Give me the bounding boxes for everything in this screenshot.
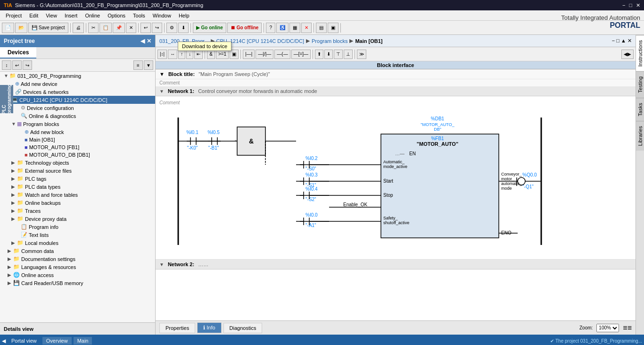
tree-plc-data[interactable]: ▶ 📁 PLC data types	[0, 183, 155, 191]
minimize-btn[interactable]: −	[622, 2, 625, 8]
block-title-expand[interactable]: ▼	[159, 71, 165, 77]
lad-editor[interactable]: ▼ Block title: "Main Program Sweep (Cycl…	[156, 69, 636, 320]
menu-window[interactable]: Window	[149, 12, 175, 19]
zoom-select[interactable]: 100% 75% 150%	[596, 324, 619, 332]
bl-contact-no[interactable]: —|/|—	[256, 50, 273, 59]
devices-tab[interactable]: Devices	[0, 47, 155, 59]
layout-btn2[interactable]: ▣	[328, 23, 339, 33]
bl-btn-1[interactable]: |↕|	[157, 50, 167, 59]
tree-header-icon2[interactable]: ✕	[147, 38, 151, 44]
tab-instructions[interactable]: Instructions	[636, 35, 644, 71]
properties-tab[interactable]: Properties	[159, 323, 195, 333]
tree-btn-5[interactable]: ▼	[144, 60, 153, 70]
tree-online-backups[interactable]: ▶ 📁 Online backups	[0, 199, 155, 207]
bc-maximize[interactable]: ▲	[621, 38, 626, 43]
bl-set[interactable]: —[=]—	[291, 50, 311, 59]
close-btn[interactable]: ✕	[636, 2, 640, 8]
print-btn[interactable]: 🖨	[73, 23, 84, 33]
overview-btn[interactable]: Overview	[42, 337, 72, 345]
bl-expand[interactable]: ◀▶	[621, 50, 634, 59]
menu-options[interactable]: Options	[104, 12, 129, 19]
bl-contact-nc[interactable]: |—|	[243, 50, 255, 59]
bl-branch-close[interactable]: ⊥	[344, 50, 353, 59]
tree-motor-fb[interactable]: ■ MOTOR_AUTO [FB1]	[0, 143, 155, 151]
portal-arrow[interactable]: ◀	[2, 338, 6, 344]
info-tab[interactable]: ℹ Info	[197, 322, 221, 333]
tree-btn-4[interactable]: ≡	[133, 60, 143, 70]
compile-btn[interactable]: ⚙	[166, 23, 177, 33]
bc-minimize[interactable]: −	[612, 38, 615, 43]
tree-card-reader[interactable]: ▶ 💾 Card Reader/USB memory	[0, 279, 155, 287]
tree-watch-force[interactable]: ▶ 📁 Watch and force tables	[0, 191, 155, 199]
tree-prog-blocks[interactable]: ▼ ▦ Program blocks	[0, 120, 155, 128]
open-btn[interactable]: 📂	[15, 23, 27, 33]
tree-motor-db[interactable]: ■ MOTOR_AUTO_DB [DB1]	[0, 151, 155, 159]
tree-traces[interactable]: ▶ 📁 Traces	[0, 207, 155, 215]
tree-header-icon1[interactable]: ◀	[140, 38, 145, 44]
bl-branch[interactable]: ⊤	[334, 50, 343, 59]
network2-header[interactable]: ▼ Network 2: ……	[156, 260, 636, 269]
bl-more[interactable]: ≫	[357, 50, 366, 59]
details-view[interactable]: Details view	[0, 322, 155, 335]
tree-add-block[interactable]: ⊕ Add new block	[0, 128, 155, 136]
tree-plc-tags[interactable]: ▶ 📁 PLC tags	[0, 175, 155, 183]
paste-btn[interactable]: 📌	[113, 23, 125, 33]
tree-online-diag[interactable]: 🔍 Online & diagnostics	[0, 112, 155, 120]
maximize-btn[interactable]: □	[629, 2, 632, 8]
tab-testing[interactable]: Testing	[636, 71, 644, 98]
tree-dev-config[interactable]: ⚙ Device configuration	[0, 104, 155, 112]
accessible-btn[interactable]: ♿	[276, 23, 289, 33]
tab-libraries[interactable]: Libraries	[636, 121, 644, 151]
save-btn[interactable]: 💾 Save project	[28, 23, 68, 33]
cut-btn[interactable]: ✂	[88, 23, 99, 33]
tree-cpu[interactable]: ▼ 💻 CPU_1214C [CPU 1214C DC/DC/DC]	[0, 96, 155, 104]
portal-view-btn[interactable]: Portal view	[8, 337, 41, 345]
tree-root[interactable]: ▼ 📁 031_200_FB_Programming	[0, 72, 155, 80]
bl-coil[interactable]: —(—	[274, 50, 290, 59]
tree-text-lists[interactable]: 📝 Text lists	[0, 231, 155, 239]
network1-header[interactable]: ▼ Network 1: Control conveyor motor forw…	[156, 86, 636, 96]
undo-btn[interactable]: ↩	[140, 23, 151, 33]
tree-local-mod[interactable]: ▶ 📁 Local modules	[0, 239, 155, 247]
bl-network-above[interactable]: ⬆	[315, 50, 323, 59]
tree-tech-obj[interactable]: ▶ 📁 Technology objects	[0, 159, 155, 167]
tree-btn-1[interactable]: ↕	[2, 60, 11, 70]
go-online-btn[interactable]: ▶ Go online	[193, 23, 226, 33]
tree-lang-res[interactable]: ▶ 📁 Languages & resources	[0, 263, 155, 271]
menu-tools[interactable]: Tools	[129, 12, 149, 19]
new-btn[interactable]: 📄	[2, 23, 14, 33]
tree-add-device[interactable]: ⊕ Add new device	[0, 80, 155, 88]
main-btn[interactable]: Main	[74, 337, 92, 345]
download-btn[interactable]: ⬇	[178, 23, 189, 33]
go-offline-btn[interactable]: ⏹ Go offline	[227, 23, 262, 33]
menu-edit[interactable]: Edit	[25, 12, 42, 19]
menu-online[interactable]: Online	[81, 12, 104, 19]
redo-btn[interactable]: ↪	[152, 23, 162, 33]
tab-tasks[interactable]: Tasks	[636, 98, 644, 121]
bc-close[interactable]: ✕	[627, 38, 632, 44]
diagnostics-tab[interactable]: Diagnostics	[223, 323, 263, 333]
menu-insert[interactable]: Insert	[61, 12, 82, 19]
bc-item-3[interactable]: Program blocks	[312, 38, 347, 44]
bl-btn-2[interactable]: ↔	[168, 50, 177, 59]
tree-doc-settings[interactable]: ▶ 📁 Documentation settings	[0, 255, 155, 263]
layout-btn1[interactable]: ▤	[316, 23, 327, 33]
tree-btn-2[interactable]: ↩	[12, 60, 22, 70]
menu-project[interactable]: Project	[2, 12, 25, 19]
zoom-slider[interactable]: ≡≡	[623, 324, 632, 332]
bl-network-below[interactable]: ⬇	[324, 50, 333, 59]
stop-btn[interactable]: ✕	[301, 23, 312, 33]
delete-btn[interactable]: ✕	[126, 23, 136, 33]
tree-online-access[interactable]: ▶ 🌐 Online access	[0, 271, 155, 279]
tree-main-ob1[interactable]: ■ Main [OB1]	[0, 136, 155, 143]
tree-dev-proxy[interactable]: ▶ 📁 Device proxy data	[0, 215, 155, 223]
bc-restore[interactable]: □	[616, 38, 619, 43]
help-btn[interactable]: ?	[266, 23, 275, 33]
copy-btn[interactable]: 📋	[99, 23, 112, 33]
tree-common-data[interactable]: ▶ 📁 Common data	[0, 247, 155, 255]
tree-btn-3[interactable]: ↪	[23, 60, 32, 70]
modules-btn[interactable]: ▦	[289, 23, 300, 33]
menu-help[interactable]: Help	[175, 12, 193, 19]
tree-devices-networks[interactable]: 🔗 Devices & networks	[0, 88, 155, 96]
menu-view[interactable]: View	[42, 12, 61, 19]
